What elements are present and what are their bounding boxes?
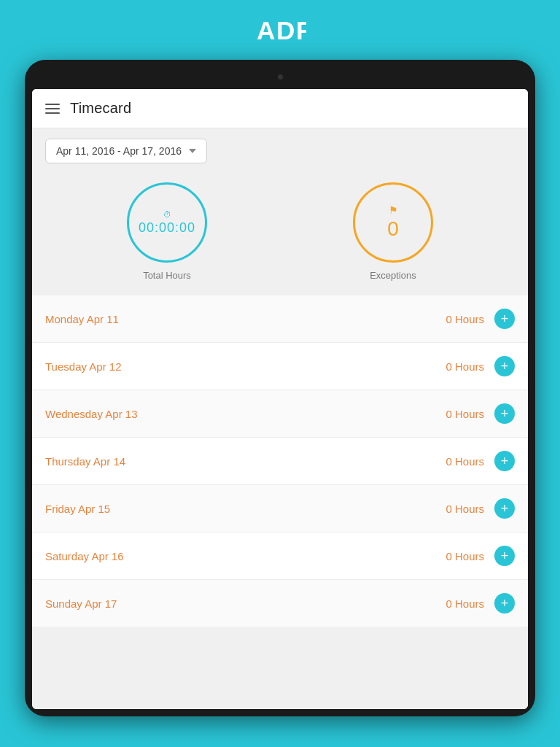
day-name: Tuesday Apr 12 (45, 360, 122, 373)
day-hours: 0 Hours (446, 360, 484, 373)
plus-icon: + (501, 597, 509, 610)
day-hours: 0 Hours (446, 408, 484, 420)
day-row: Tuesday Apr 120 Hours+ (32, 343, 528, 390)
total-hours-value: 00:00:00 (139, 220, 195, 236)
day-hours: 0 Hours (446, 313, 484, 325)
hamburger-line-1 (45, 104, 60, 105)
day-name: Saturday Apr 16 (45, 550, 124, 562)
days-list: Monday Apr 110 Hours+Tuesday Apr 120 Hou… (32, 295, 528, 627)
hamburger-line-3 (45, 112, 60, 114)
stats-row: ⏱ 00:00:00 Total Hours ⚑ 0 Exceptions (32, 171, 528, 295)
day-right: 0 Hours+ (446, 356, 515, 376)
plus-icon: + (501, 360, 509, 373)
plus-icon: + (501, 502, 509, 515)
day-row: Sunday Apr 170 Hours+ (32, 580, 528, 627)
page-title: Timecard (70, 100, 131, 117)
logo-area: ADP (0, 0, 560, 60)
day-row: Saturday Apr 160 Hours+ (32, 533, 528, 580)
flag-icon: ⚑ (389, 204, 398, 216)
day-hours: 0 Hours (446, 455, 484, 468)
total-hours-circle: ⏱ 00:00:00 (127, 182, 207, 263)
exceptions-stat: ⚑ 0 Exceptions (353, 182, 433, 281)
add-hours-button[interactable]: + (494, 403, 515, 424)
add-hours-button[interactable]: + (494, 546, 515, 566)
day-name: Friday Apr 15 (45, 503, 110, 515)
day-name: Wednesday Apr 13 (45, 408, 137, 420)
plus-icon: + (501, 407, 509, 420)
day-row: Friday Apr 150 Hours+ (32, 485, 528, 533)
day-name: Monday Apr 11 (45, 313, 119, 325)
add-hours-button[interactable]: + (494, 451, 515, 471)
chevron-down-icon (189, 149, 196, 153)
day-hours: 0 Hours (446, 550, 484, 562)
hamburger-line-2 (45, 108, 60, 109)
exceptions-circle: ⚑ 0 (353, 182, 433, 263)
date-range-picker[interactable]: Apr 11, 2016 - Apr 17, 2016 (45, 139, 207, 163)
camera-bar (32, 69, 528, 85)
plus-icon: + (501, 312, 509, 325)
add-hours-button[interactable]: + (494, 593, 515, 614)
main-content: Apr 11, 2016 - Apr 17, 2016 ⏱ 00:00:00 T… (32, 128, 528, 709)
day-right: 0 Hours+ (446, 546, 515, 566)
day-row: Wednesday Apr 130 Hours+ (32, 390, 528, 438)
total-hours-stat: ⏱ 00:00:00 Total Hours (127, 182, 207, 281)
tablet-frame: Timecard Apr 11, 2016 - Apr 17, 2016 ⏱ 0… (25, 60, 535, 716)
date-picker-row: Apr 11, 2016 - Apr 17, 2016 (32, 128, 528, 171)
day-right: 0 Hours+ (446, 593, 515, 614)
plus-icon: + (501, 549, 509, 562)
plus-icon: + (501, 454, 509, 468)
hamburger-menu-button[interactable] (45, 104, 60, 114)
date-range-label: Apr 11, 2016 - Apr 17, 2016 (56, 145, 182, 157)
total-hours-label: Total Hours (143, 270, 191, 281)
add-hours-button[interactable]: + (494, 356, 515, 376)
day-name: Sunday Apr 17 (45, 597, 117, 610)
camera-dot (278, 74, 283, 80)
adp-logo: ADP (254, 13, 306, 48)
clock-icon: ⏱ (163, 210, 171, 219)
day-right: 0 Hours+ (446, 403, 515, 424)
add-hours-button[interactable]: + (494, 498, 515, 519)
day-hours: 0 Hours (446, 503, 484, 515)
day-right: 0 Hours+ (446, 451, 515, 471)
app-header: Timecard (32, 89, 528, 128)
exceptions-value: 0 (387, 217, 399, 241)
exceptions-label: Exceptions (370, 270, 416, 281)
day-name: Thursday Apr 14 (45, 455, 125, 468)
screen: Timecard Apr 11, 2016 - Apr 17, 2016 ⏱ 0… (32, 89, 528, 709)
day-right: 0 Hours+ (446, 309, 515, 329)
add-hours-button[interactable]: + (494, 309, 515, 329)
day-right: 0 Hours+ (446, 498, 515, 519)
svg-text:ADP: ADP (257, 16, 306, 44)
day-hours: 0 Hours (446, 597, 484, 610)
day-row: Thursday Apr 140 Hours+ (32, 438, 528, 485)
day-row: Monday Apr 110 Hours+ (32, 295, 528, 343)
